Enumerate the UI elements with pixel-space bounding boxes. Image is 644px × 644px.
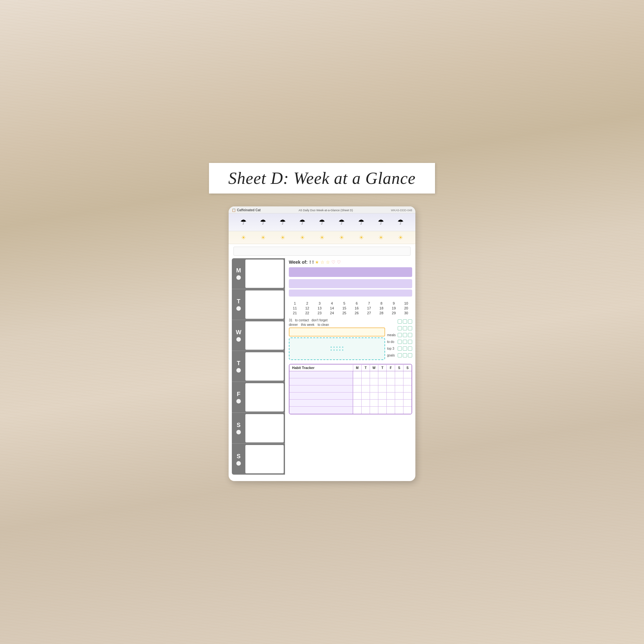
purple-box-3[interactable] bbox=[289, 289, 412, 297]
habit-day-s2: S bbox=[403, 365, 412, 371]
num-4: 4 bbox=[326, 301, 338, 306]
habit-check-4-s1[interactable] bbox=[395, 393, 403, 399]
checkbox-m-3[interactable] bbox=[408, 333, 412, 337]
habit-check-3-f[interactable] bbox=[386, 385, 395, 392]
day-box-thursday[interactable] bbox=[245, 352, 284, 381]
habit-check-2-th[interactable] bbox=[378, 378, 386, 385]
purple-box-1[interactable] bbox=[289, 267, 412, 277]
num-14: 14 bbox=[326, 306, 338, 310]
habit-check-5-th[interactable] bbox=[378, 400, 386, 406]
habit-check-2-s2[interactable] bbox=[403, 378, 412, 385]
label-to-clean: to clean bbox=[318, 323, 329, 327]
checkbox-m-1[interactable] bbox=[398, 333, 402, 337]
week-of-row: Week of: ! ! ★ ☆ ☆ ♡ ♡ bbox=[289, 258, 412, 265]
habit-check-4-w[interactable] bbox=[370, 393, 378, 399]
habit-check-6-t[interactable] bbox=[361, 407, 370, 414]
habit-check-2-f[interactable] bbox=[386, 378, 395, 385]
habit-check-1-w[interactable] bbox=[370, 371, 378, 378]
day-dot-s1 bbox=[236, 430, 241, 434]
habit-check-1-t[interactable] bbox=[361, 371, 370, 378]
checkbox-g-3[interactable] bbox=[408, 353, 412, 357]
purple-box-2[interactable] bbox=[289, 279, 412, 288]
umbrella-icon-9: ☂ bbox=[397, 218, 404, 226]
habit-check-1-f[interactable] bbox=[386, 371, 395, 378]
day-box-saturday[interactable] bbox=[245, 414, 284, 442]
habit-check-1-m[interactable] bbox=[353, 371, 361, 378]
habit-check-3-th[interactable] bbox=[378, 385, 386, 392]
habit-check-4-m[interactable] bbox=[353, 393, 361, 399]
week-of-label: Week of: bbox=[289, 260, 308, 265]
habit-check-2-t[interactable] bbox=[361, 378, 370, 385]
habit-check-4-s2[interactable] bbox=[403, 393, 412, 399]
num-17: 17 bbox=[363, 306, 375, 310]
orange-sticker-box[interactable] bbox=[289, 327, 385, 336]
checkbox-t3-3[interactable] bbox=[408, 346, 412, 351]
habit-check-1-s1[interactable] bbox=[395, 371, 403, 378]
habit-check-5-m[interactable] bbox=[353, 400, 361, 406]
day-box-friday[interactable] bbox=[245, 383, 284, 412]
habit-check-3-m[interactable] bbox=[353, 385, 361, 392]
label-this-week: this week bbox=[301, 323, 315, 327]
checkbox-df-1[interactable] bbox=[398, 319, 402, 324]
habit-check-6-m[interactable] bbox=[353, 407, 361, 414]
day-box-monday[interactable] bbox=[245, 260, 284, 288]
checkbox-t3-2[interactable] bbox=[403, 346, 407, 351]
day-row-sunday: S bbox=[232, 444, 285, 475]
num-10: 10 bbox=[400, 301, 412, 306]
habit-check-6-s1[interactable] bbox=[395, 407, 403, 414]
habit-check-1-s2[interactable] bbox=[403, 371, 412, 378]
checkbox-df-3[interactable] bbox=[408, 319, 412, 324]
teal-sticker-box[interactable]: ✦ ✦ ✦ ✦ ✦✦ ✦ ✦ ✦ ✦ bbox=[289, 337, 385, 360]
day-box-wednesday[interactable] bbox=[245, 321, 284, 350]
num-27: 27 bbox=[363, 311, 375, 315]
checkbox-m-2[interactable] bbox=[403, 333, 407, 337]
habit-check-5-f[interactable] bbox=[386, 400, 395, 406]
checkbox-g-1[interactable] bbox=[398, 353, 402, 357]
umbrella-strip: ☂ ☂ ☂ ☂ ☂ ☂ ☂ ☂ ☂ bbox=[229, 213, 415, 231]
num-21: 21 bbox=[289, 311, 301, 315]
habit-check-6-f[interactable] bbox=[386, 407, 395, 414]
habit-check-6-s2[interactable] bbox=[403, 407, 412, 414]
habit-check-2-s1[interactable] bbox=[395, 378, 403, 385]
checkbox-df-2[interactable] bbox=[403, 319, 407, 324]
habit-check-4-t[interactable] bbox=[361, 393, 370, 399]
checkbox-td-3[interactable] bbox=[408, 340, 412, 344]
habit-check-4-f[interactable] bbox=[386, 393, 395, 399]
label-dont-forget: don't forget bbox=[311, 318, 327, 322]
habit-label-1[interactable] bbox=[289, 371, 353, 378]
week-title-input-box[interactable] bbox=[233, 247, 411, 256]
habit-check-2-m[interactable] bbox=[353, 378, 361, 385]
num-22: 22 bbox=[301, 311, 313, 315]
sun-icon-7: ☀ bbox=[359, 234, 364, 241]
habit-check-3-s1[interactable] bbox=[395, 385, 403, 392]
habit-check-4-th[interactable] bbox=[378, 393, 386, 399]
habit-label-2[interactable] bbox=[289, 378, 353, 385]
habit-label-6[interactable] bbox=[289, 407, 353, 414]
row-31-labels: 31 to contact don't forget bbox=[289, 318, 385, 322]
habit-check-2-w[interactable] bbox=[370, 378, 378, 385]
checkbox-g-2[interactable] bbox=[403, 353, 407, 357]
habit-check-1-th[interactable] bbox=[378, 371, 386, 378]
day-label-thursday: T bbox=[232, 358, 245, 374]
checkbox-tc-3[interactable] bbox=[408, 326, 412, 330]
habit-check-6-th[interactable] bbox=[378, 407, 386, 414]
day-box-sunday[interactable] bbox=[245, 445, 284, 473]
habit-label-4[interactable] bbox=[289, 393, 353, 399]
checkbox-td-1[interactable] bbox=[398, 340, 402, 344]
habit-check-3-w[interactable] bbox=[370, 385, 378, 392]
checkbox-tc-2[interactable] bbox=[403, 326, 407, 330]
checkbox-tc-1[interactable] bbox=[398, 326, 402, 330]
habit-check-3-s2[interactable] bbox=[403, 385, 412, 392]
day-row-saturday: S bbox=[232, 413, 285, 444]
habit-check-5-t[interactable] bbox=[361, 400, 370, 406]
habit-label-3[interactable] bbox=[289, 385, 353, 392]
habit-check-5-s1[interactable] bbox=[395, 400, 403, 406]
checkbox-t3-1[interactable] bbox=[398, 346, 402, 351]
habit-check-5-w[interactable] bbox=[370, 400, 378, 406]
habit-label-5[interactable] bbox=[289, 400, 353, 406]
day-box-tuesday[interactable] bbox=[245, 290, 284, 319]
checkbox-td-2[interactable] bbox=[403, 340, 407, 344]
habit-check-3-t[interactable] bbox=[361, 385, 370, 392]
habit-check-5-s2[interactable] bbox=[403, 400, 412, 406]
habit-check-6-w[interactable] bbox=[370, 407, 378, 414]
